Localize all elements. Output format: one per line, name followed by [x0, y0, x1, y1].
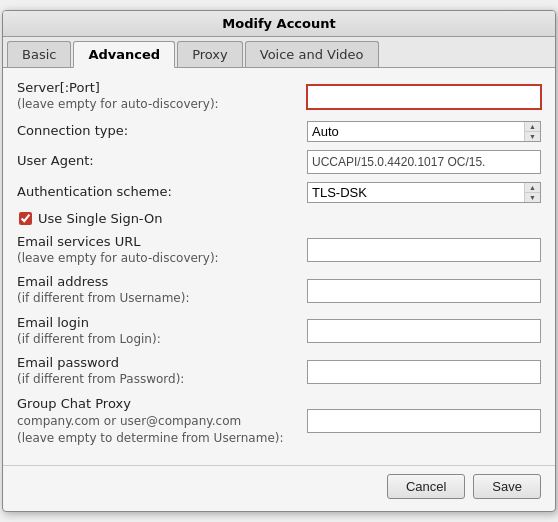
email-login-input[interactable]	[307, 319, 541, 343]
sso-checkbox[interactable]	[19, 212, 32, 225]
email-services-url-row: Email services URL (leave empty for auto…	[17, 234, 541, 266]
group-chat-proxy-label: Group Chat Proxy company.com or user@com…	[17, 396, 307, 447]
tab-basic[interactable]: Basic	[7, 41, 71, 67]
auth-scheme-spinner: ▲ ▼	[524, 183, 540, 202]
dialog-title: Modify Account	[3, 11, 555, 37]
tab-bar: Basic Advanced Proxy Voice and Video	[3, 37, 555, 68]
form-content: Server[:Port] (leave empty for auto-disc…	[3, 68, 555, 464]
email-login-label: Email login (if different from Login):	[17, 315, 307, 347]
server-port-input[interactable]	[307, 85, 541, 109]
auth-scheme-select[interactable]: TLS-DSK NTLM Kerberos	[308, 183, 524, 202]
cancel-button[interactable]: Cancel	[387, 474, 465, 499]
server-port-row: Server[:Port] (leave empty for auto-disc…	[17, 80, 541, 112]
connection-type-select[interactable]: Auto Direct HTTP HTTPS	[308, 122, 524, 141]
email-password-label: Email password (if different from Passwo…	[17, 355, 307, 387]
group-chat-proxy-input[interactable]	[307, 409, 541, 433]
tab-advanced[interactable]: Advanced	[73, 41, 175, 68]
email-address-input[interactable]	[307, 279, 541, 303]
email-address-row: Email address (if different from Usernam…	[17, 274, 541, 306]
email-password-input[interactable]	[307, 360, 541, 384]
auth-scheme-row: Authentication scheme: TLS-DSK NTLM Kerb…	[17, 182, 541, 203]
auth-scheme-up[interactable]: ▲	[525, 183, 540, 193]
sso-label: Use Single Sign-On	[38, 211, 162, 226]
auth-scheme-down[interactable]: ▼	[525, 193, 540, 202]
connection-type-select-wrapper: Auto Direct HTTP HTTPS ▲ ▼	[307, 121, 541, 142]
email-login-row: Email login (if different from Login):	[17, 315, 541, 347]
connection-type-spinner: ▲ ▼	[524, 122, 540, 141]
button-row: Cancel Save	[3, 465, 555, 511]
auth-scheme-label: Authentication scheme:	[17, 184, 307, 201]
email-services-url-input[interactable]	[307, 238, 541, 262]
group-chat-proxy-row: Group Chat Proxy company.com or user@com…	[17, 396, 541, 447]
email-services-url-label: Email services URL (leave empty for auto…	[17, 234, 307, 266]
sso-row: Use Single Sign-On	[17, 211, 541, 226]
auth-scheme-select-wrapper: TLS-DSK NTLM Kerberos ▲ ▼	[307, 182, 541, 203]
server-port-label: Server[:Port] (leave empty for auto-disc…	[17, 80, 307, 112]
user-agent-label: User Agent:	[17, 153, 307, 170]
tab-voice-and-video[interactable]: Voice and Video	[245, 41, 379, 67]
connection-type-up[interactable]: ▲	[525, 122, 540, 132]
save-button[interactable]: Save	[473, 474, 541, 499]
user-agent-row: User Agent:	[17, 150, 541, 174]
connection-type-label: Connection type:	[17, 123, 307, 140]
connection-type-down[interactable]: ▼	[525, 132, 540, 141]
modify-account-dialog: Modify Account Basic Advanced Proxy Voic…	[2, 10, 556, 511]
user-agent-input[interactable]	[307, 150, 541, 174]
connection-type-row: Connection type: Auto Direct HTTP HTTPS …	[17, 121, 541, 142]
email-password-row: Email password (if different from Passwo…	[17, 355, 541, 387]
tab-proxy[interactable]: Proxy	[177, 41, 243, 67]
email-address-label: Email address (if different from Usernam…	[17, 274, 307, 306]
